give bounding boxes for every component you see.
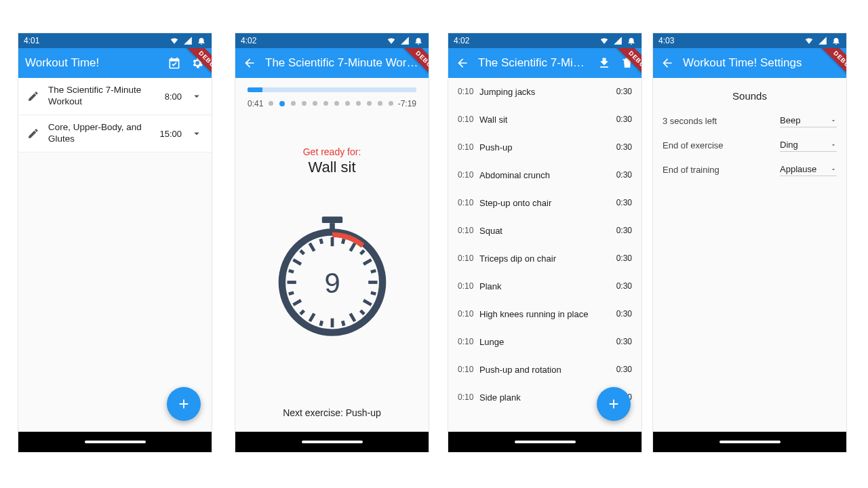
workout-duration: 15:00 [159, 129, 182, 139]
add-exercise-fab[interactable] [597, 387, 631, 421]
download-button[interactable] [597, 56, 612, 70]
screen-workout-list: 4:01 Workout Time! DEBUG The Scientific … [18, 33, 212, 453]
home-indicator[interactable] [302, 441, 363, 443]
setting-label: End of exercise [663, 140, 724, 150]
screen-workout-timer: 4:02 The Scientific 7-Minute Workout DEB… [235, 33, 429, 453]
setting-value: Applause [780, 164, 816, 174]
exercise-row[interactable]: 0:10Jumping jacks0:30 [448, 78, 642, 106]
status-icons [387, 36, 423, 45]
stopwatch-icon: 9 [268, 211, 397, 340]
exercise-duration: 0:30 [616, 198, 632, 207]
exercise-row[interactable]: 0:10High knees running in place0:30 [448, 300, 642, 328]
status-bar: 4:02 [235, 33, 429, 48]
exercise-row[interactable]: 0:10Push-up0:30 [448, 134, 642, 161]
chevron-down-icon [191, 127, 203, 140]
plus-icon [606, 396, 621, 411]
setting-dropdown[interactable]: Applause [780, 163, 837, 176]
setting-value: Ding [780, 140, 798, 150]
content: Sounds 3 seconds leftBeepEnd of exercise… [653, 78, 846, 432]
exercise-name: Step-up onto chair [479, 198, 616, 208]
status-icons [599, 36, 636, 45]
download-icon [597, 56, 611, 70]
setting-label: 3 seconds left [663, 116, 717, 126]
exercise-dot [313, 101, 317, 106]
calendar-button[interactable] [167, 56, 182, 70]
exercise-duration: 0:30 [616, 170, 632, 180]
wifi-icon [387, 36, 396, 45]
bell-icon [414, 36, 423, 45]
exercise-dot [291, 101, 296, 106]
edit-button[interactable] [26, 89, 40, 103]
wifi-icon [804, 36, 814, 45]
setting-dropdown[interactable]: Ding [780, 138, 837, 152]
screen-exercise-list: 4:02 The Scientific 7-Minu... DEBUG 0:10… [448, 33, 642, 453]
calendar-check-icon [167, 56, 181, 70]
svg-line-27 [320, 239, 321, 243]
edit-button[interactable] [26, 127, 40, 140]
exercise-duration: 0:30 [616, 87, 632, 96]
rest-duration: 0:10 [458, 253, 479, 263]
exercise-dot [302, 101, 307, 106]
exercise-name: Push-up [479, 142, 616, 152]
exercise-dot [269, 101, 273, 106]
home-indicator[interactable] [85, 441, 146, 443]
exercise-row[interactable]: 0:10Abdominal crunch0:30 [448, 161, 642, 189]
arrow-back-icon [660, 56, 674, 70]
stopwatch[interactable]: 9 [268, 211, 397, 340]
exercise-row[interactable]: 0:10Squat0:30 [448, 217, 642, 245]
exercise-duration: 0:30 [616, 253, 632, 263]
expand-button[interactable] [190, 89, 203, 103]
back-button[interactable] [455, 56, 470, 70]
exercise-dot [334, 101, 339, 106]
wifi-icon [599, 36, 609, 45]
app-bar: Workout Time! Settings DEBUG [653, 48, 846, 78]
home-indicator[interactable] [719, 441, 781, 443]
exercise-row[interactable]: 0:10Step-up onto chair0:30 [448, 189, 642, 217]
workout-row[interactable]: Core, Upper-Body, and Glutes 15:00 [18, 115, 212, 152]
workout-row[interactable]: The Scientific 7-Minute Workout 8:00 [18, 78, 212, 115]
back-button[interactable] [660, 56, 675, 70]
status-icons [170, 36, 206, 45]
arrow-back-icon [243, 56, 256, 70]
rest-duration: 0:10 [458, 392, 479, 402]
workout-progress-bar [248, 87, 416, 92]
setting-dropdown[interactable]: Beep [780, 114, 837, 127]
android-navbar [18, 432, 212, 452]
content: The Scientific 7-Minute Workout 8:00 Cor… [18, 78, 212, 432]
delete-button[interactable] [620, 56, 635, 70]
exercise-dot [345, 101, 350, 106]
rest-duration: 0:10 [458, 365, 479, 374]
home-indicator[interactable] [515, 441, 576, 443]
back-button[interactable] [242, 56, 257, 70]
exercise-row[interactable]: 0:10Triceps dip on chair0:30 [448, 245, 642, 272]
exercise-dot [356, 101, 361, 106]
svg-line-17 [320, 321, 321, 325]
exercise-row[interactable]: 0:10Push-up and rotation0:30 [448, 356, 642, 384]
next-exercise-label: Next exercise: Push-up [235, 407, 429, 418]
exercise-duration: 0:30 [616, 281, 632, 291]
status-bar: 4:03 [653, 33, 846, 48]
status-time: 4:02 [241, 36, 256, 45]
add-workout-fab[interactable] [167, 387, 201, 421]
exercise-name: High knees running in place [479, 309, 616, 319]
settings-button[interactable] [190, 56, 205, 70]
gear-icon [191, 56, 204, 70]
setting-row: End of trainingApplause [663, 157, 837, 182]
exercise-row[interactable]: 0:10Plank0:30 [448, 272, 642, 300]
status-bar: 4:02 [448, 33, 642, 48]
svg-line-21 [288, 293, 293, 294]
rest-duration: 0:10 [458, 198, 479, 207]
exercise-name: Jumping jacks [479, 87, 616, 97]
exercise-row[interactable]: 0:10Lunge0:30 [448, 328, 642, 356]
setting-label: End of training [663, 165, 719, 175]
plus-icon [176, 396, 191, 411]
exercise-duration: 0:30 [616, 309, 632, 319]
app-title: The Scientific 7-Minute Workout [265, 56, 422, 70]
exercise-dot [378, 101, 382, 106]
exercise-duration: 0:30 [616, 115, 632, 124]
signal-icon [613, 36, 623, 45]
exercise-row[interactable]: 0:10Wall sit0:30 [448, 106, 642, 134]
expand-button[interactable] [190, 127, 203, 140]
svg-rect-1 [321, 217, 342, 224]
workout-name: Core, Upper-Body, and Glutes [48, 122, 151, 145]
